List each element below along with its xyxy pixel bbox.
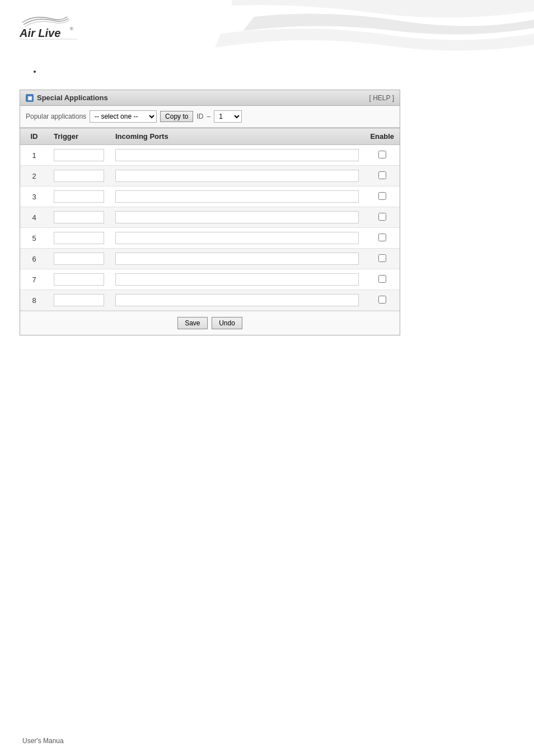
table-header-row: ID Trigger Incoming Ports Enable — [20, 128, 400, 145]
enable-checkbox-7[interactable] — [378, 275, 386, 283]
main-content: ▣ Special Applications [ HELP ] Popular … — [0, 81, 534, 344]
table-row: 7 — [20, 269, 400, 290]
logo: Air Live ® — [17, 10, 90, 45]
header: Air Live ® — [0, 0, 534, 62]
popular-apps-label: Popular applications — [26, 113, 86, 120]
panel-icon: ▣ — [26, 94, 34, 102]
row-id-cell: 5 — [20, 228, 48, 249]
enable-checkbox-1[interactable] — [378, 151, 386, 158]
panel-title: Special Applications — [37, 94, 108, 102]
col-trigger: Trigger — [48, 128, 110, 145]
row-incoming-cell — [110, 207, 364, 228]
trigger-input-6[interactable] — [54, 253, 104, 265]
applications-table: ID Trigger Incoming Ports Enable 1234567… — [20, 128, 400, 311]
row-incoming-cell — [110, 290, 364, 311]
row-incoming-cell — [110, 269, 364, 290]
row-enable-cell — [364, 269, 400, 290]
table-row: 2 — [20, 166, 400, 186]
table-row: 4 — [20, 207, 400, 228]
row-id-cell: 6 — [20, 249, 48, 269]
row-id-cell: 3 — [20, 186, 48, 207]
incoming-input-4[interactable] — [115, 211, 359, 223]
id-label: ID — [196, 113, 203, 120]
enable-checkbox-3[interactable] — [378, 192, 386, 200]
row-id-cell: 7 — [20, 269, 48, 290]
col-enable: Enable — [364, 128, 400, 145]
row-id-cell: 4 — [20, 207, 48, 228]
incoming-input-1[interactable] — [115, 149, 359, 161]
incoming-input-7[interactable] — [115, 273, 359, 286]
trigger-input-4[interactable] — [54, 211, 104, 223]
trigger-input-1[interactable] — [54, 149, 104, 161]
table-row: 3 — [20, 186, 400, 207]
copy-to-button[interactable]: Copy to — [160, 111, 193, 122]
row-enable-cell — [364, 249, 400, 269]
row-id-cell: 2 — [20, 166, 48, 186]
table-row: 8 — [20, 290, 400, 311]
row-enable-cell — [364, 228, 400, 249]
row-id-cell: 8 — [20, 290, 48, 311]
bullet-item — [42, 67, 512, 76]
panel-footer: Save Undo — [20, 311, 400, 335]
incoming-input-3[interactable] — [115, 190, 359, 203]
trigger-input-3[interactable] — [54, 190, 104, 203]
row-enable-cell — [364, 145, 400, 166]
trigger-input-2[interactable] — [54, 170, 104, 182]
svg-text:®: ® — [70, 26, 73, 31]
header-decoration — [187, 0, 534, 56]
trigger-input-5[interactable] — [54, 232, 104, 244]
popular-apps-select[interactable]: -- select one -- — [90, 110, 157, 123]
footer-text: User's Manua — [22, 737, 64, 745]
col-id: ID — [20, 128, 48, 145]
trigger-input-8[interactable] — [54, 294, 104, 306]
row-trigger-cell — [48, 269, 110, 290]
row-incoming-cell — [110, 186, 364, 207]
row-enable-cell — [364, 166, 400, 186]
table-body: 12345678 — [20, 145, 400, 311]
save-button[interactable]: Save — [177, 317, 207, 329]
incoming-input-6[interactable] — [115, 253, 359, 265]
panel-help-link[interactable]: [ HELP ] — [369, 94, 394, 102]
row-incoming-cell — [110, 249, 364, 269]
row-enable-cell — [364, 290, 400, 311]
row-trigger-cell — [48, 228, 110, 249]
incoming-input-2[interactable] — [115, 170, 359, 182]
row-enable-cell — [364, 186, 400, 207]
row-trigger-cell — [48, 207, 110, 228]
undo-button[interactable]: Undo — [212, 317, 242, 329]
airlive-logo-svg: Air Live ® — [17, 10, 90, 44]
popular-apps-bar: Popular applications -- select one -- Co… — [20, 106, 400, 128]
enable-checkbox-2[interactable] — [378, 171, 386, 179]
page-footer: User's Manua — [22, 737, 64, 745]
id-separator: – — [207, 113, 210, 120]
bullet-area — [0, 62, 534, 81]
row-trigger-cell — [48, 145, 110, 166]
row-trigger-cell — [48, 290, 110, 311]
row-trigger-cell — [48, 186, 110, 207]
special-applications-panel: ▣ Special Applications [ HELP ] Popular … — [20, 90, 400, 335]
panel-header: ▣ Special Applications [ HELP ] — [20, 90, 400, 106]
table-row: 5 — [20, 228, 400, 249]
row-incoming-cell — [110, 145, 364, 166]
row-incoming-cell — [110, 228, 364, 249]
row-enable-cell — [364, 207, 400, 228]
enable-checkbox-8[interactable] — [378, 296, 386, 304]
trigger-input-7[interactable] — [54, 273, 104, 286]
incoming-input-8[interactable] — [115, 294, 359, 306]
table-row: 1 — [20, 145, 400, 166]
row-incoming-cell — [110, 166, 364, 186]
enable-checkbox-6[interactable] — [378, 254, 386, 262]
svg-text:Air Live: Air Live — [19, 27, 60, 39]
row-trigger-cell — [48, 249, 110, 269]
incoming-input-5[interactable] — [115, 232, 359, 244]
id-dropdown[interactable]: 1 2 3 4 5 6 7 8 — [214, 110, 242, 123]
table-row: 6 — [20, 249, 400, 269]
col-incoming-ports: Incoming Ports — [110, 128, 364, 145]
panel-title-area: ▣ Special Applications — [26, 94, 108, 102]
enable-checkbox-5[interactable] — [378, 234, 386, 241]
row-trigger-cell — [48, 166, 110, 186]
enable-checkbox-4[interactable] — [378, 213, 386, 221]
row-id-cell: 1 — [20, 145, 48, 166]
